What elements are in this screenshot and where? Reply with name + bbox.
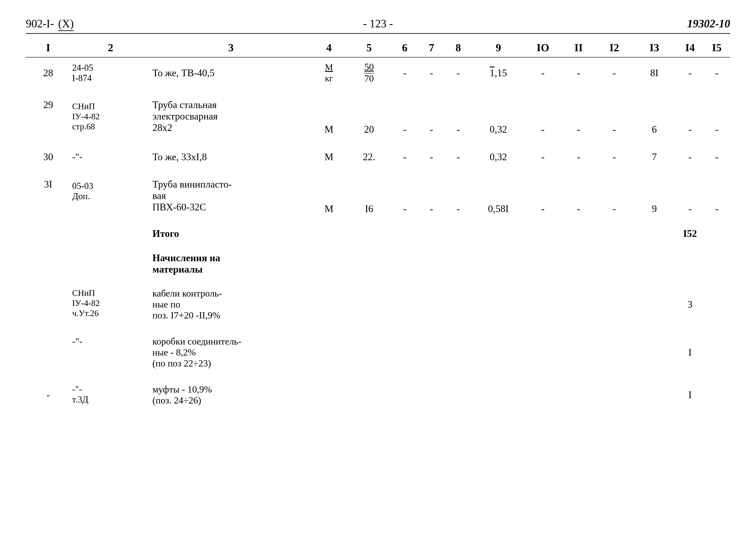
row30-col3: То же, 33хI,8 — [150, 146, 311, 168]
subrow3-col1: - — [26, 380, 70, 410]
header-left: 902-I- (X) — [26, 17, 74, 31]
itogo-empty — [26, 223, 150, 243]
subrow1-col13: 3 — [677, 284, 703, 325]
row28-col13: 8I — [632, 57, 677, 88]
row31-col13: 9 — [632, 176, 677, 217]
row31-col5: I6 — [347, 176, 392, 217]
header-area: 902-I- (X) - 123 - 19302-10 — [26, 17, 730, 31]
col-header-10: IO — [525, 38, 561, 57]
row31-col8: - — [445, 176, 472, 217]
subrow2-col2: -"- — [70, 332, 150, 373]
row31-col11: - — [561, 176, 596, 217]
row29-col10: - — [525, 97, 561, 138]
col-header-7: 7 — [418, 38, 445, 57]
itogo-col12 — [632, 223, 677, 243]
col-header-13: I3 — [632, 38, 677, 57]
spacer-row — [26, 168, 730, 176]
col-header-4: 4 — [311, 38, 347, 57]
row28-col4: М кг — [311, 57, 347, 88]
row30-col1: 30 — [26, 146, 70, 168]
itogo-col13: I52 — [677, 223, 703, 243]
row30-col12: - — [596, 146, 632, 168]
row31-col4: М — [311, 176, 347, 217]
subrow2-col12 — [632, 332, 677, 373]
itogo-label: Итого — [150, 223, 311, 243]
subrow1-col3: кабели контроль-ные попоз. I7+20 -II,9% — [150, 284, 311, 325]
table-row: -"- коробки соединитель-ные - 8,2%(по по… — [26, 332, 730, 373]
subrow1-col12 — [632, 284, 677, 325]
row31-col14: - — [677, 176, 703, 217]
row29-col11: - — [561, 97, 596, 138]
nacisleniya-row: Начисления наматериалы — [26, 248, 730, 279]
row29-col13: 6 — [632, 97, 677, 138]
row28-col3: То же, ТВ-40,5 — [150, 57, 311, 88]
spacer-row — [26, 243, 730, 248]
subrow2-spacer — [311, 332, 632, 373]
row30-col15: - — [703, 146, 730, 168]
column-header-row: I 2 3 4 5 6 7 8 9 IO II I2 I3 I4 I5 — [26, 38, 730, 57]
row30-col8: - — [445, 146, 472, 168]
row31-col1: 3I — [26, 176, 70, 217]
row29-col1: 29 — [26, 97, 70, 138]
spacer-row — [26, 88, 730, 97]
col-header-2: 2 — [70, 38, 150, 57]
row30-col9: 0,32 — [472, 146, 525, 168]
row29-col6: - — [392, 97, 418, 138]
row31-col12: - — [596, 176, 632, 217]
subrow3-col2: -"-т.3Д — [70, 380, 150, 410]
row30-col14: - — [677, 146, 703, 168]
col-header-9: 9 — [472, 38, 525, 57]
header-paren: (X) — [58, 17, 74, 31]
row28-col14: - — [677, 57, 703, 88]
row31-col7: - — [418, 176, 445, 217]
subrow3-col12 — [632, 380, 677, 410]
row29-col2: СНиПIУ-4-82стр.68 — [70, 97, 150, 138]
row28-col7: - — [418, 57, 445, 88]
col-header-5: 5 — [347, 38, 392, 57]
subrow3-spacer — [311, 380, 632, 410]
subrow1-col1 — [26, 284, 70, 325]
col-header-1: I — [26, 38, 70, 57]
col-header-15: I5 — [703, 38, 730, 57]
table-row: 30 -"- То же, 33хI,8 М 22. - - - 0,32 - … — [26, 146, 730, 168]
row31-col6: - — [392, 176, 418, 217]
row29-col14: - — [677, 97, 703, 138]
col-header-8: 8 — [445, 38, 472, 57]
row30-col4: М — [311, 146, 347, 168]
row31-col10: - — [525, 176, 561, 217]
row30-col2: -"- — [70, 146, 150, 168]
subrow1-end — [703, 284, 730, 325]
row28-col15: - — [703, 57, 730, 88]
subrow3-col3: муфты - 10,9%(поз. 24÷26) — [150, 380, 311, 410]
subrow3-end — [703, 380, 730, 410]
nacisleniya-empty — [26, 248, 150, 279]
row28-col6: - — [392, 57, 418, 88]
row30-col11: - — [561, 146, 596, 168]
row29-col4: М — [311, 97, 347, 138]
table-row: - -"-т.3Д муфты - 10,9%(поз. 24÷26) I — [26, 380, 730, 410]
row31-col3: Труба винипласто-ваяПВХ-60-32С — [150, 176, 311, 217]
subrow2-col3: коробки соединитель-ные - 8,2%(по поз 22… — [150, 332, 311, 373]
row29-col7: - — [418, 97, 445, 138]
row28-col5: 50 70 — [347, 57, 392, 88]
row28-col10: - — [525, 57, 561, 88]
col-header-3: 3 — [150, 38, 311, 57]
subrow1-col2: СНиПIУ-4-82ч.Ут.26 — [70, 284, 150, 325]
col-header-11: II — [561, 38, 596, 57]
itogo-row: Итого I52 — [26, 223, 730, 243]
spacer-row — [26, 138, 730, 146]
row28-col12: - — [596, 57, 632, 88]
row30-col7: - — [418, 146, 445, 168]
subrow2-col1 — [26, 332, 70, 373]
nacisleniya-spacer — [311, 248, 730, 279]
col-header-6: 6 — [392, 38, 418, 57]
table-row: 3I 05-03Доп. Труба винипласто-ваяПВХ-60-… — [26, 176, 730, 217]
header-center: - 123 - — [363, 17, 393, 30]
row30-col13: 7 — [632, 146, 677, 168]
row29-col15: - — [703, 97, 730, 138]
spacer-row — [26, 279, 730, 284]
page: 902-I- (X) - 123 - 19302-10 — [0, 0, 756, 534]
header-right: 19302-10 — [687, 17, 730, 30]
row29-col12: - — [596, 97, 632, 138]
spacer-row — [26, 373, 730, 380]
